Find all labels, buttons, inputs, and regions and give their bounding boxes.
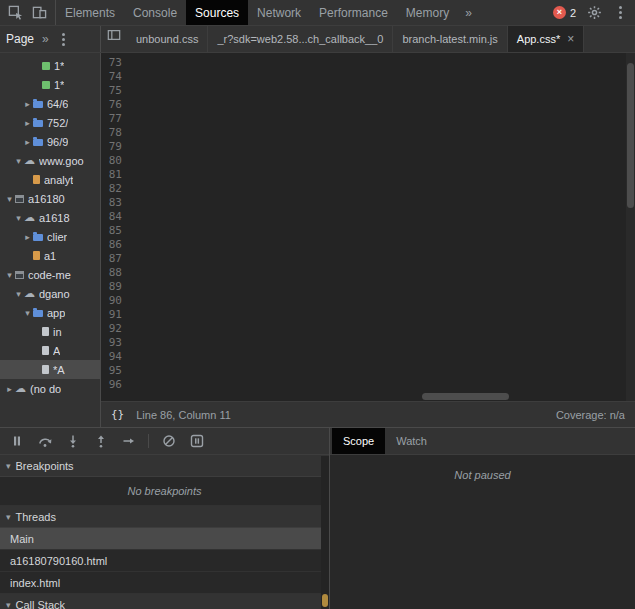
code-line-84[interactable]: 84: [101, 210, 626, 224]
close-icon[interactable]: ×: [567, 32, 574, 46]
step-into-icon[interactable]: [64, 433, 81, 450]
line-number[interactable]: 73: [101, 56, 131, 70]
code-line-93[interactable]: 93: [101, 336, 626, 350]
tab-scope[interactable]: Scope: [332, 428, 385, 454]
tree-item-a1[interactable]: a1: [0, 246, 100, 265]
code-line-92[interactable]: 92: [101, 322, 626, 336]
line-number[interactable]: 77: [101, 112, 131, 126]
line-number[interactable]: 86: [101, 238, 131, 252]
tree-item-a[interactable]: A: [0, 341, 100, 360]
tree-item-1[interactable]: 1*: [0, 56, 100, 75]
code-line-73[interactable]: 73: [101, 56, 626, 70]
chevron-right-icon[interactable]: ▸: [22, 137, 33, 147]
line-number[interactable]: 81: [101, 168, 131, 182]
navigator-tab-page[interactable]: Page: [6, 32, 34, 46]
step-out-icon[interactable]: [92, 433, 109, 450]
tab-network[interactable]: Network: [248, 0, 310, 25]
file-tab-branch-latest-min-js[interactable]: branch-latest.min.js: [393, 26, 507, 52]
tree-item-www-goo[interactable]: ▾www.goo: [0, 151, 100, 170]
line-number[interactable]: 85: [101, 224, 131, 238]
code-line-85[interactable]: 85: [101, 224, 626, 238]
code-line-94[interactable]: 94: [101, 350, 626, 364]
line-number[interactable]: 74: [101, 70, 131, 84]
tree-item-code-me[interactable]: ▾code-me: [0, 265, 100, 284]
code-line-75[interactable]: 75: [101, 84, 626, 98]
thread-a16180790160-html[interactable]: a16180790160.html: [0, 550, 329, 572]
line-number[interactable]: 88: [101, 266, 131, 280]
tab-watch[interactable]: Watch: [385, 428, 438, 454]
vscroll-thumb[interactable]: [627, 63, 634, 208]
tree-item-96-9[interactable]: ▸96/9: [0, 132, 100, 151]
thread-main[interactable]: Main: [0, 528, 329, 550]
settings-gear-icon[interactable]: [586, 4, 603, 21]
code-line-86[interactable]: 86: [101, 238, 626, 252]
line-number[interactable]: 78: [101, 126, 131, 140]
pretty-print-button[interactable]: {}: [111, 408, 124, 421]
tree-item-64-6[interactable]: ▸64/6: [0, 94, 100, 113]
line-number[interactable]: 84: [101, 210, 131, 224]
step-icon[interactable]: [120, 433, 137, 450]
tab-sources[interactable]: Sources: [186, 0, 248, 25]
error-badge[interactable]: × 2: [553, 6, 576, 19]
chevron-right-icon[interactable]: ▸: [22, 99, 33, 109]
tree-item-clier[interactable]: ▸clier: [0, 227, 100, 246]
line-number[interactable]: 82: [101, 182, 131, 196]
code-line-89[interactable]: 89: [101, 280, 626, 294]
line-number[interactable]: 91: [101, 308, 131, 322]
chevron-right-icon[interactable]: ▸: [22, 118, 33, 128]
tree-item-analyt[interactable]: analyt: [0, 170, 100, 189]
code-line-76[interactable]: 76: [101, 98, 626, 112]
code-line-91[interactable]: 91: [101, 308, 626, 322]
line-number[interactable]: 95: [101, 364, 131, 378]
tab-memory[interactable]: Memory: [397, 0, 458, 25]
line-number[interactable]: 79: [101, 140, 131, 154]
kebab-menu-icon[interactable]: [613, 5, 627, 21]
tree-item-no-do[interactable]: ▸(no do: [0, 379, 100, 398]
chevron-down-icon[interactable]: ▾: [22, 308, 33, 318]
tree-item-a[interactable]: *A: [0, 360, 100, 379]
code-line-88[interactable]: 88: [101, 266, 626, 280]
call-stack-section-header[interactable]: ▾ Call Stack: [0, 594, 329, 609]
tree-item-1[interactable]: 1*: [0, 75, 100, 94]
code-line-80[interactable]: 80: [101, 154, 626, 168]
chevron-right-icon[interactable]: ▸: [22, 232, 33, 242]
code-line-90[interactable]: 90: [101, 294, 626, 308]
hscroll-thumb[interactable]: [422, 393, 509, 400]
chevron-down-icon[interactable]: ▾: [13, 213, 24, 223]
left-pane-scrollbar[interactable]: [321, 456, 329, 609]
vertical-scrollbar[interactable]: [626, 53, 635, 401]
pause-on-exceptions-icon[interactable]: [188, 433, 205, 450]
line-number[interactable]: 75: [101, 84, 131, 98]
file-tab-r-sdk-web2-58-ch-callback-0[interactable]: _r?sdk=web2.58...ch_callback__0: [208, 26, 393, 52]
line-number[interactable]: 87: [101, 252, 131, 266]
chevron-down-icon[interactable]: ▾: [4, 194, 15, 204]
code-line-83[interactable]: 83: [101, 196, 626, 210]
breakpoints-section-header[interactable]: ▾ Breakpoints: [0, 455, 329, 477]
tree-item-a1618[interactable]: ▾a1618: [0, 208, 100, 227]
tree-item-in[interactable]: in: [0, 322, 100, 341]
code-line-96[interactable]: 96: [101, 378, 626, 392]
line-number[interactable]: 90: [101, 294, 131, 308]
tab-console[interactable]: Console: [124, 0, 186, 25]
line-number[interactable]: 94: [101, 350, 131, 364]
deactivate-breakpoints-icon[interactable]: [160, 433, 177, 450]
code-line-81[interactable]: 81: [101, 168, 626, 182]
file-tab-app-css[interactable]: App.css*×: [508, 26, 584, 52]
more-panels-button[interactable]: »: [458, 0, 479, 25]
line-number[interactable]: 89: [101, 280, 131, 294]
line-number[interactable]: 92: [101, 322, 131, 336]
tab-elements[interactable]: Elements: [56, 0, 124, 25]
step-over-icon[interactable]: [36, 433, 53, 450]
tree-item-dgano[interactable]: ▾dgano: [0, 284, 100, 303]
code-line-87[interactable]: 87: [101, 252, 626, 266]
line-number[interactable]: 80: [101, 154, 131, 168]
code-line-77[interactable]: 77: [101, 112, 626, 126]
device-toolbar-icon[interactable]: [31, 4, 48, 21]
inspect-icon[interactable]: [7, 4, 24, 21]
pause-script-icon[interactable]: [8, 433, 25, 450]
line-number[interactable]: 83: [101, 196, 131, 210]
chevron-down-icon[interactable]: ▾: [13, 289, 24, 299]
line-number[interactable]: 96: [101, 378, 131, 392]
code-line-82[interactable]: 82: [101, 182, 626, 196]
threads-section-header[interactable]: ▾ Threads: [0, 506, 329, 528]
